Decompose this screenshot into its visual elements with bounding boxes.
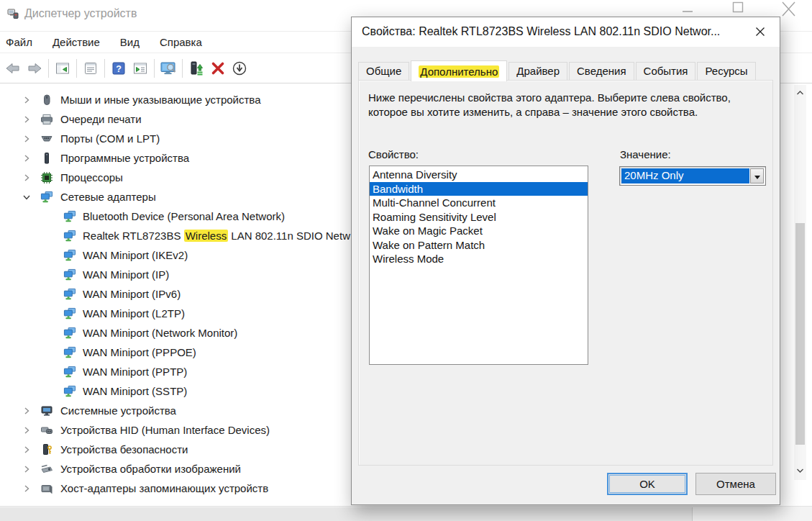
property-list-item[interactable]: Roaming Sensitivity Level xyxy=(370,210,588,225)
scroll-down-icon[interactable] xyxy=(795,465,805,478)
chevron-right-icon[interactable] xyxy=(22,173,31,182)
network-adapter-icon xyxy=(63,249,76,262)
toolbar-disable-button[interactable] xyxy=(229,58,250,79)
tab-label: Общие xyxy=(366,65,401,77)
tree-item-label: WAN Miniport (SSTP) xyxy=(83,385,187,397)
toolbar-export-list-button[interactable] xyxy=(129,58,151,79)
tab-resources[interactable]: Ресурсы xyxy=(697,62,755,80)
system-device-icon xyxy=(40,404,53,417)
processor-icon xyxy=(40,171,53,184)
description-text: Ниже перечислены свойства этого адаптера… xyxy=(368,91,745,119)
toolbar-separator xyxy=(48,59,49,78)
toolbar-separator xyxy=(76,59,77,78)
property-list-item[interactable]: Wake on Pattern Match xyxy=(370,238,588,253)
cancel-button[interactable]: Отмена xyxy=(695,473,776,495)
storage-host-icon xyxy=(40,482,53,495)
value-label: Значение: xyxy=(620,148,671,160)
tab-strip: ОбщиеДополнительноДрайверСведенияСобытия… xyxy=(358,59,757,80)
toolbar-forward-button[interactable] xyxy=(24,58,45,79)
scrollbar-thumb[interactable] xyxy=(795,223,805,445)
chevron-right-icon[interactable] xyxy=(22,406,31,415)
security-device-icon xyxy=(40,443,53,456)
disable-icon xyxy=(232,60,247,76)
scroll-up-icon[interactable] xyxy=(795,87,805,100)
menu-help[interactable]: Справка xyxy=(150,32,212,53)
tree-item-label: Устройства безопасности xyxy=(60,443,188,456)
tab-events[interactable]: События xyxy=(636,62,696,80)
chevron-right-icon[interactable] xyxy=(22,464,31,474)
toolbar-separator xyxy=(154,59,155,78)
tree-label-highlight: Wireless xyxy=(184,230,229,242)
toolbar-update-driver-button[interactable] xyxy=(186,58,207,79)
vertical-scrollbar[interactable] xyxy=(794,85,806,480)
dialog-titlebar: Свойства: Realtek RTL8723BS Wireless LAN… xyxy=(352,17,780,47)
tree-item-label: Системные устройства xyxy=(60,404,176,417)
toolbar-back-button[interactable] xyxy=(2,58,24,79)
property-list-item[interactable]: Wake on Magic Packet xyxy=(370,224,588,238)
property-list-item[interactable]: Multi-Channel Concurrent xyxy=(370,196,588,210)
tree-item-label: Bluetooth Device (Personal Area Network) xyxy=(83,210,285,222)
toolbar-help-button[interactable]: ? xyxy=(108,58,129,79)
network-adapter-icon xyxy=(63,210,76,223)
toolbar-uninstall-button[interactable] xyxy=(207,58,229,79)
network-adapter-icon xyxy=(40,191,53,204)
chevron-right-icon[interactable] xyxy=(22,153,31,163)
tab-details[interactable]: Сведения xyxy=(569,62,634,80)
dialog-close-icon[interactable] xyxy=(755,27,765,37)
device-manager-icon xyxy=(7,8,19,19)
tree-label-suffix: LAN 802.11n SDIO Netw xyxy=(228,230,350,242)
tab-general[interactable]: Общие xyxy=(358,62,409,80)
tab-advanced[interactable]: Дополнительно xyxy=(411,60,507,81)
tree-item-label: Очереди печати xyxy=(60,113,142,125)
property-list-item[interactable]: Antenna Diversity xyxy=(370,168,588,182)
tree-label-prefix: Realtek RTL8723BS xyxy=(83,230,184,242)
tab-label: Драйвер xyxy=(516,65,560,77)
chevron-right-icon[interactable] xyxy=(22,484,31,493)
toolbar-properties-button[interactable] xyxy=(80,58,101,79)
tree-item-label: WAN Miniport (IP) xyxy=(83,268,169,281)
tree-item-label: Программные устройства xyxy=(60,152,189,164)
tab-label: События xyxy=(644,65,688,77)
chevron-right-icon[interactable] xyxy=(22,114,31,124)
value-combobox[interactable]: 20MHz Only xyxy=(619,166,766,186)
menu-action[interactable]: Действие xyxy=(42,32,110,53)
network-adapter-icon xyxy=(63,288,76,301)
chevron-right-icon[interactable] xyxy=(22,95,31,104)
combobox-value: 20MHz Only xyxy=(621,168,749,184)
window-title: Диспетчер устройств xyxy=(24,7,137,20)
scrollbar-thumb-horizontal[interactable] xyxy=(0,507,693,521)
ok-button[interactable]: OK xyxy=(607,473,688,495)
chevron-right-icon[interactable] xyxy=(22,134,31,143)
property-list-item[interactable]: Bandwidth xyxy=(370,182,588,196)
tab-label: Сведения xyxy=(577,65,626,77)
tree-item-label: WAN Miniport (Network Monitor) xyxy=(83,327,237,339)
tree-item-label: Порты (COM и LPT) xyxy=(60,132,160,145)
mouse-icon xyxy=(40,94,53,107)
forward-icon xyxy=(27,60,42,76)
dialog-title: Свойства: Realtek RTL8723BS Wireless LAN… xyxy=(362,25,720,38)
properties-dialog: Свойства: Realtek RTL8723BS Wireless LAN… xyxy=(351,17,780,505)
tree-item-label: WAN Miniport (PPPOE) xyxy=(83,346,196,358)
property-list-item[interactable]: Wireless Mode xyxy=(370,252,588,266)
menu-view[interactable]: Вид xyxy=(110,32,150,53)
menu-file[interactable]: Файл xyxy=(0,32,42,53)
network-adapter-icon xyxy=(63,307,76,320)
tree-item-label: Устройства HID (Human Interface Devices) xyxy=(60,424,270,436)
network-adapter-icon xyxy=(63,346,76,359)
back-icon xyxy=(5,60,21,76)
horizontal-scrollbar[interactable] xyxy=(0,506,812,521)
export-list-icon xyxy=(132,60,148,76)
update-driver-icon xyxy=(188,60,204,76)
network-adapter-icon xyxy=(63,230,76,243)
chevron-right-icon[interactable] xyxy=(22,445,31,454)
toolbar-scan-hardware-button[interactable] xyxy=(158,58,179,79)
combobox-dropdown-button[interactable] xyxy=(750,168,764,184)
toolbar-show-console-tree-button[interactable] xyxy=(52,58,73,79)
network-adapter-icon xyxy=(63,268,76,281)
software-device-icon xyxy=(40,152,53,165)
tab-driver[interactable]: Драйвер xyxy=(508,62,567,80)
chevron-right-icon[interactable] xyxy=(22,425,31,435)
property-label: Свойство: xyxy=(368,148,419,160)
chevron-down-icon[interactable] xyxy=(22,192,31,201)
scan-hardware-icon xyxy=(160,60,178,76)
